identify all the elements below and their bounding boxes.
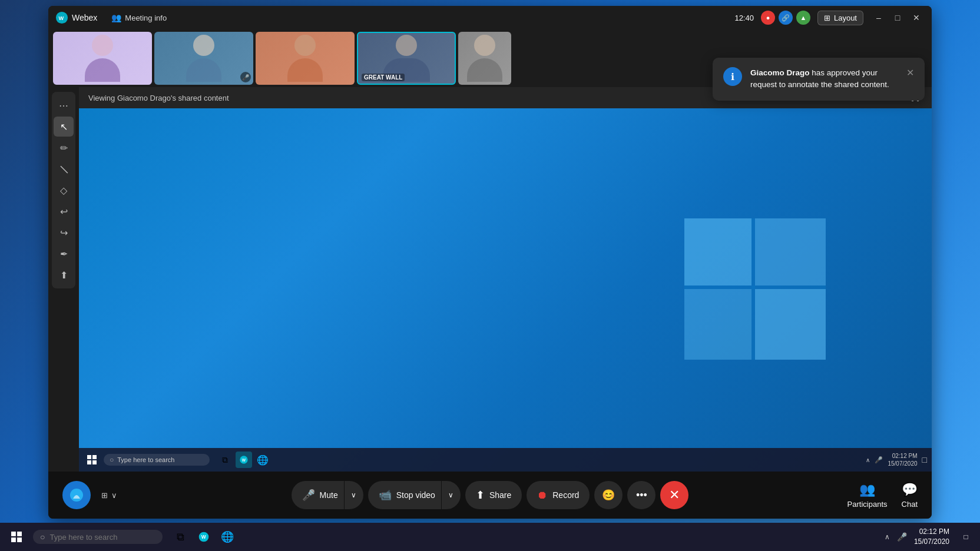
title-bar-left: W Webex 👥 Meeting info [55,11,171,25]
person-video-1 [53,32,152,85]
person-head-1 [92,35,113,56]
windows-logo [684,218,826,362]
marker-tool-button[interactable]: ✒ [54,244,74,264]
inner-date: 15/07/2020 [888,460,917,467]
meeting-info-icon: 👥 [111,13,121,22]
control-bar-right: 👥 Participants 💬 Chat [847,482,918,509]
audio-indicator: 🔗 [779,11,793,25]
eraser-tool-button[interactable]: ◇ [54,180,74,200]
taskbar-chevron-icon[interactable]: ∧ [885,533,890,541]
notification-close-button[interactable]: ✕ [906,67,914,78]
notification-info-icon: ℹ [723,67,742,86]
video-icon: 📹 [379,489,392,502]
end-call-button[interactable]: ✕ [660,481,688,509]
inner-taskbar: ○ Type here to search ⧉ W 🌐 [79,448,932,472]
layout-button[interactable]: ⊞ Layout [817,11,863,25]
person-head-4 [396,35,417,56]
more-tools-button[interactable]: ⋯ [54,95,74,115]
network-indicator: ▲ [796,11,810,25]
participants-action[interactable]: 👥 Participants [847,482,888,509]
inner-start-button[interactable] [84,452,100,468]
app-window: W Webex 👥 Meeting info 12:40 ● 🔗 ▲ ⊞ Lay… [48,6,932,519]
inner-taskbar-left: ○ Type here to search ⧉ W 🌐 [84,452,271,468]
inner-taskbar-icons: ⧉ W 🌐 [217,452,271,468]
taskbar-webex-app-icon[interactable]: W [193,526,214,547]
chat-action[interactable]: 💬 Chat [902,482,918,509]
svg-rect-18 [17,537,22,542]
stop-video-button[interactable]: 📹 Stop video [368,481,441,509]
inner-webex-icon[interactable]: W [236,452,252,468]
taskbar-edge-icon[interactable]: 🌐 [217,526,238,547]
save-annotation-button[interactable]: ⬆ [54,265,74,285]
inner-time: 02:12 PM [888,452,917,460]
video-control-group: 📹 Stop video ∨ [368,481,461,509]
pen-tool-button[interactable]: ✏ [54,138,74,158]
record-label: Record [552,490,579,500]
inner-search-bar[interactable]: ○ Type here to search [104,454,210,466]
inner-webex-logo: W [239,455,249,464]
taskbar-search-input[interactable] [49,533,138,542]
inner-task-view-icon[interactable]: ⧉ [217,452,233,468]
svg-rect-17 [11,537,16,542]
inner-mic-icon: 🎤 [875,456,883,464]
start-windows-icon [11,532,22,542]
webex-self-icon [69,488,84,502]
search-circle-icon: ○ [40,532,45,542]
svg-rect-11 [92,460,97,464]
annotation-toolbar: ⋯ ↖ ✏ | ◇ ↩ ↪ ✒ ⬆ [48,87,79,472]
layout-toggle[interactable]: ⊞ ∨ [95,487,123,503]
redo-button[interactable]: ↪ [54,223,74,243]
taskbar-notification-icon[interactable]: □ [956,527,975,546]
record-button[interactable]: ⏺ Record [527,481,590,509]
share-label: Share [489,490,511,500]
emoji-button[interactable]: 😊 [594,481,623,509]
notification-name: Giacomo Drago [750,68,810,77]
windows-desktop-preview: ○ Type here to search ⧉ W 🌐 [79,108,932,472]
share-button[interactable]: ⬆ Share [465,481,522,509]
meeting-info-label: Meeting info [125,14,167,22]
select-tool-button[interactable]: ↖ [54,117,74,137]
inner-edge-icon[interactable]: 🌐 [254,452,271,468]
participant-thumb-2[interactable]: 🎤 [154,32,253,85]
video-dropdown-button[interactable]: ∨ [442,481,461,509]
webex-logo[interactable]: W Webex [55,11,97,24]
svg-marker-2 [684,218,751,286]
person-body-1 [85,58,120,82]
person-body-3 [287,58,323,82]
taskbar-search-bar[interactable]: ○ [33,530,163,544]
taskbar-icons: ⧉ W 🌐 [170,526,238,547]
line-tool-button[interactable]: | [49,155,78,183]
annotation-tool-group: ⋯ ↖ ✏ | ◇ ↩ ↪ ✒ ⬆ [52,92,75,288]
participant-thumb-5[interactable] [458,32,511,85]
close-button[interactable]: ✕ [908,9,925,26]
meeting-info-tab[interactable]: 👥 Meeting info [107,11,171,25]
participant-thumb-4[interactable]: GREAT WALL [357,32,456,85]
control-bar: ⊞ ∨ 🎤 Mute ∨ 📹 Stop video ∨ ⬆ Share ⏺ [48,472,932,519]
participant-thumb-1[interactable] [53,32,152,85]
inner-time-display: 02:12 PM 15/07/2020 [888,452,917,467]
win-desktop-bg [79,108,932,472]
svg-marker-4 [684,289,751,360]
taskbar-time: 02:12 PM 15/07/2020 [914,527,949,547]
emoji-icon: 😊 [602,489,615,502]
minimize-button[interactable]: – [870,9,887,26]
mute-dropdown-button[interactable]: ∨ [345,481,363,509]
stop-video-label: Stop video [396,490,435,500]
end-call-icon: ✕ [669,487,680,503]
taskbar-task-view-icon[interactable]: ⧉ [170,526,191,547]
taskbar-mic-icon: 🎤 [897,532,907,542]
maximize-button[interactable]: □ [889,9,906,26]
more-options-button[interactable]: ••• [627,481,655,509]
inner-taskbar-right: ∧ 🎤 02:12 PM 15/07/2020 □ [866,452,927,467]
inner-notification-icon[interactable]: □ [922,455,927,464]
mute-control-group: 🎤 Mute ∨ [292,481,363,509]
windows-taskbar: ○ ⧉ W 🌐 ∧ 🎤 02:12 PM 15/07/2020 □ [0,523,980,551]
participant-thumb-3[interactable] [256,32,355,85]
taskbar-webex-icon: W [198,531,210,543]
inner-chevron-icon[interactable]: ∧ [866,457,870,463]
taskbar-start-button[interactable] [5,525,28,549]
mute-button[interactable]: 🎤 Mute [292,481,344,509]
svg-rect-16 [17,532,22,536]
undo-button[interactable]: ↩ [54,201,74,221]
more-icon: ••• [636,489,647,502]
